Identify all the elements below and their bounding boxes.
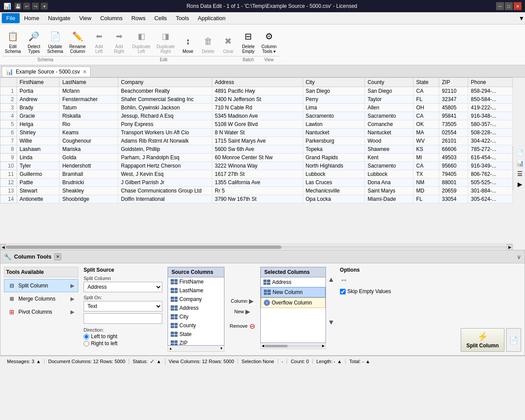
table-row[interactable]: 9LindaGoldaParham, J Randolph Esq60 Monr…: [0, 154, 513, 162]
col-lastname[interactable]: LastName: [168, 286, 224, 295]
table-row[interactable]: 1PortiaMcfannBeachcomber Realty4891 Paci…: [0, 87, 513, 95]
data-grid-container[interactable]: FirstName LastName Company Address City …: [0, 77, 513, 244]
table-row[interactable]: 8LashawnMariskaGoldstein, Phillip5600 Sw…: [0, 145, 513, 154]
minimize-button[interactable]: ─: [496, 2, 504, 10]
selected-up-button[interactable]: ▲: [328, 276, 335, 284]
menu-columns[interactable]: Columns: [96, 13, 127, 23]
column-tools-button[interactable]: ⚙ ColumnTools ▾: [259, 28, 280, 55]
delete-empty-button[interactable]: ⊟ DeleteEmpty: [238, 28, 259, 55]
selected-overflow-column[interactable]: i Overflow Column: [261, 298, 326, 308]
new-arrow-btn[interactable]: New ▶: [234, 308, 250, 315]
source-scroll-up[interactable]: ▲: [169, 346, 172, 350]
sidebar-terminal-icon[interactable]: ▶: [515, 179, 525, 189]
split-column-select[interactable]: Address FirstName LastName: [84, 282, 162, 292]
selected-scroll-thumb[interactable]: [265, 345, 287, 347]
table-row[interactable]: 2AndrewFenstermacherShafer Commercial Se…: [0, 95, 513, 104]
selected-scroll-left[interactable]: ◀: [262, 344, 264, 348]
update-schema-button[interactable]: 📄 UpdateSchema: [44, 28, 66, 55]
right-to-left-radio[interactable]: [84, 341, 89, 346]
sidebar-page-icon[interactable]: 📄: [515, 148, 525, 158]
duplicate-right-button[interactable]: ◨ DuplicateRight: [154, 28, 178, 55]
sidebar-toggle-button[interactable]: 📄: [506, 328, 521, 352]
redo-icon[interactable]: ↪: [32, 3, 39, 10]
menu-view[interactable]: View: [75, 13, 96, 23]
col-city[interactable]: City: [168, 312, 224, 321]
menu-application[interactable]: Application: [193, 13, 230, 23]
menu-navigate[interactable]: Navigate: [44, 13, 75, 23]
expand-icon[interactable]: ▾: [520, 14, 523, 22]
table-row[interactable]: 7WillieCoughenourAdams Rib Rstrnt At Nor…: [0, 137, 513, 145]
table-row[interactable]: 6ShirleyKeamsTransport Workers Un Afl Ci…: [0, 129, 513, 137]
scroll-right-arrow[interactable]: ▶: [507, 244, 513, 250]
selected-address[interactable]: Address: [261, 277, 326, 287]
menu-home[interactable]: Home: [20, 13, 44, 23]
menu-file[interactable]: File: [2, 13, 20, 23]
skip-empty-checkbox[interactable]: [340, 289, 346, 294]
col-firstname[interactable]: FirstName: [168, 277, 224, 286]
merge-columns-tool[interactable]: ⊞ Merge Columns ▶: [4, 292, 78, 305]
source-columns-list[interactable]: FirstName LastName Company Address: [168, 277, 224, 346]
scroll-left-arrow[interactable]: ◀: [0, 244, 6, 250]
duplicate-left-button[interactable]: ◧ DuplicateLeft: [129, 28, 154, 55]
split-column-tool[interactable]: ⊟ Split Column ▶: [4, 279, 78, 292]
add-left-button[interactable]: ⬅ AddLeft: [89, 28, 109, 55]
total-expand[interactable]: ▲: [365, 359, 370, 364]
menu-cells[interactable]: Cells: [150, 13, 172, 23]
remove-arrow-btn[interactable]: Remove ⊖: [230, 322, 255, 330]
doc-tab-close[interactable]: ✕: [83, 69, 87, 75]
pivot-columns-tool[interactable]: ⊞ Pivot Columns ▶: [4, 305, 78, 318]
add-right-button[interactable]: ➡ AddRight: [109, 28, 129, 55]
selected-new-column[interactable]: New Column: [261, 287, 326, 298]
skip-empty-values-option[interactable]: Skip Empty Values: [340, 288, 521, 294]
status-expand[interactable]: ▲: [157, 359, 161, 364]
split-column-action-button[interactable]: ⚡ Split Column: [461, 328, 504, 352]
left-to-right-radio[interactable]: [84, 334, 89, 340]
column-arrow-btn[interactable]: Column ▶: [231, 298, 254, 304]
edit-schema-button[interactable]: 📋 EditSchema: [2, 28, 24, 55]
col-company[interactable]: Company: [168, 295, 224, 304]
maximize-button[interactable]: □: [505, 2, 513, 10]
panel-close-button[interactable]: ✕: [54, 253, 61, 260]
rename-column-button[interactable]: ✏️ RenameColumn: [66, 28, 89, 55]
undo-icon[interactable]: ↩: [23, 3, 30, 10]
panel-collapse-button[interactable]: ∨: [517, 253, 521, 260]
selected-scroll-right[interactable]: ▶: [322, 344, 325, 348]
table-row[interactable]: 12PattieBrudnickiJ Gilbert Parrish Jr135…: [0, 178, 513, 187]
table-row[interactable]: 11GuillermoBramhallWest, J Kevin Esq1617…: [0, 170, 513, 178]
h-scrollbar[interactable]: ◀ ▶: [0, 244, 513, 250]
table-row[interactable]: 5HelgaRioPony Express5108 W Gore BlvdLaw…: [0, 120, 513, 129]
messages-status[interactable]: Messages: 3 ▲: [4, 359, 45, 364]
table-row[interactable]: 14AntionetteShoobridgeDolfin Internation…: [0, 195, 513, 203]
table-row[interactable]: 3BradyTatumBohlin, Cywinski Jackson710 N…: [0, 104, 513, 112]
table-row[interactable]: 13StewartSheakleyChase Communications Gr…: [0, 187, 513, 195]
selected-down-button[interactable]: ▼: [328, 318, 335, 326]
source-scroll-down[interactable]: ▼: [220, 346, 223, 350]
split-on-select[interactable]: Text Delimiter Fixed Width: [84, 301, 162, 312]
sidebar-grid-icon[interactable]: 📊: [515, 158, 525, 168]
messages-expand[interactable]: ▲: [36, 359, 41, 364]
split-text-input[interactable]: [84, 313, 162, 324]
sidebar-list-icon[interactable]: ☰: [515, 169, 525, 178]
detect-types-button[interactable]: 🔎 DetectTypes: [24, 28, 44, 55]
source-cols-scrollbar[interactable]: ▲ ▼: [168, 346, 224, 352]
close-button[interactable]: ✕: [514, 2, 522, 10]
menu-rows[interactable]: Rows: [127, 13, 150, 23]
doc-tab[interactable]: 📊 Example Source - 5000.csv ✕: [2, 66, 91, 77]
col-county[interactable]: County: [168, 321, 224, 330]
clear-button[interactable]: ✖ Clear: [218, 33, 238, 55]
col-zip[interactable]: ZIP: [168, 339, 224, 346]
move-button[interactable]: ↕ Move: [178, 33, 198, 55]
delete-button[interactable]: 🗑 Delete: [198, 33, 218, 55]
table-row[interactable]: 4GracieRiskallaJessup, Richard A Esq5345…: [0, 112, 513, 120]
save-icon[interactable]: 💾: [14, 3, 21, 10]
table-row[interactable]: 10TylerHendershottRappaport Hertz Cherso…: [0, 162, 513, 170]
h-scrollbar-thumb[interactable]: [6, 245, 281, 249]
menu-tools[interactable]: Tools: [172, 13, 193, 23]
selected-cols-scrollbar[interactable]: ◀ ▶: [260, 343, 326, 349]
length-expand[interactable]: ▲: [337, 359, 342, 364]
left-to-right-option[interactable]: Left to right: [84, 333, 162, 340]
col-state[interactable]: State: [168, 330, 224, 339]
right-to-left-option[interactable]: Right to left: [84, 340, 162, 346]
selected-columns-list[interactable]: Address New Column i Overflow Column: [260, 277, 326, 343]
col-address[interactable]: Address: [168, 304, 224, 312]
